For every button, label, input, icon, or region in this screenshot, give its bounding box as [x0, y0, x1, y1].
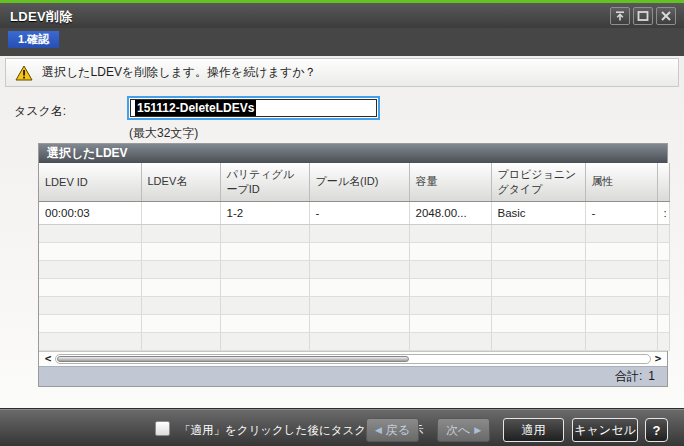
column-header[interactable]: プロビジョニングタイプ — [491, 163, 585, 201]
column-header[interactable]: プール名(ID) — [309, 163, 409, 201]
empty-cell — [409, 332, 491, 350]
empty-cell — [309, 278, 409, 296]
empty-cell — [220, 278, 309, 296]
column-header[interactable] — [657, 163, 669, 201]
empty-cell — [585, 296, 657, 314]
close-button[interactable] — [656, 7, 676, 25]
help-button[interactable]: ? — [645, 418, 668, 442]
scroll-right-arrow[interactable]: > — [652, 352, 664, 366]
horizontal-scrollbar: < > — [39, 351, 667, 366]
next-arrow-icon: ▶ — [474, 425, 481, 435]
total-value: 1 — [648, 369, 655, 383]
selected-ldev-panel: 選択したLDEV LDEV IDLDEV名パリティグループIDプール名(ID)容… — [38, 143, 668, 387]
empty-cell — [220, 296, 309, 314]
maximize-button[interactable] — [633, 7, 653, 25]
empty-table-row — [39, 278, 669, 296]
empty-cell — [141, 242, 220, 260]
scroll-left-arrow[interactable]: < — [42, 352, 54, 366]
empty-table-row — [39, 314, 669, 332]
apply-button[interactable]: 適用 — [503, 418, 564, 442]
empty-cell — [39, 296, 141, 314]
empty-cell — [39, 278, 141, 296]
empty-cell — [220, 314, 309, 332]
table-cell: 00:00:03 — [39, 201, 141, 224]
back-button-label: 戻る — [386, 422, 410, 439]
show-task-screen-checkbox[interactable] — [155, 421, 170, 436]
empty-cell — [585, 332, 657, 350]
dialog-title: LDEV削除 — [10, 8, 72, 26]
table-row: 00:00:031-2-2048.00...Basic-: — [39, 201, 669, 224]
column-header[interactable]: 容量 — [409, 163, 491, 201]
task-name-input[interactable]: 151112-DeleteLDEVs — [127, 96, 380, 120]
ldev-table: LDEV IDLDEV名パリティグループIDプール名(ID)容量プロビジョニング… — [39, 163, 670, 351]
empty-cell — [585, 314, 657, 332]
empty-cell — [657, 296, 669, 314]
pin-icon — [614, 10, 626, 22]
empty-cell — [657, 278, 669, 296]
table-title: 選択したLDEV — [39, 144, 667, 163]
empty-cell — [309, 332, 409, 350]
empty-cell — [657, 260, 669, 278]
total-bar: 合計: 1 — [39, 366, 667, 386]
empty-cell — [309, 260, 409, 278]
empty-cell — [491, 260, 585, 278]
cancel-button[interactable]: キャンセル — [572, 418, 638, 442]
task-name-input-inner: 151112-DeleteLDEVs — [130, 99, 377, 117]
table-cell: 2048.00... — [409, 201, 491, 224]
warning-strip: 選択したLDEVを削除します。操作を続けますか？ — [5, 58, 679, 87]
warning-triangle-icon — [15, 65, 33, 81]
empty-cell — [141, 296, 220, 314]
empty-cell — [491, 332, 585, 350]
title-bar: LDEV削除 — [0, 0, 684, 28]
empty-cell — [409, 260, 491, 278]
column-header[interactable]: LDEV名 — [141, 163, 220, 201]
close-icon — [660, 10, 672, 22]
column-header[interactable]: パリティグループID — [220, 163, 309, 201]
task-name-max-length-hint: (最大32文字) — [129, 125, 198, 142]
back-button: ◀ 戻る — [366, 418, 419, 442]
table-cell: : — [657, 201, 669, 224]
task-name-value: 151112-DeleteLDEVs — [135, 100, 256, 116]
empty-table-row — [39, 260, 669, 278]
window-controls — [610, 7, 676, 25]
empty-cell — [141, 260, 220, 278]
pin-button[interactable] — [610, 7, 630, 25]
action-bar: 「適用」をクリックした後にタスク画面を表示 ◀ 戻る 次へ ▶ 適用 キャンセル… — [0, 408, 684, 446]
empty-cell — [309, 296, 409, 314]
table-cell: Basic — [491, 201, 585, 224]
empty-cell — [409, 314, 491, 332]
empty-cell — [585, 260, 657, 278]
empty-table-row — [39, 224, 669, 242]
column-header[interactable]: 属性 — [585, 163, 657, 201]
next-button-label: 次へ — [446, 422, 470, 439]
empty-cell — [220, 224, 309, 242]
task-name-label: タスク名: — [14, 103, 66, 120]
step-bar: 1.確認 — [0, 28, 684, 56]
table-cell: 1-2 — [220, 201, 309, 224]
empty-table-row — [39, 332, 669, 350]
empty-cell — [409, 242, 491, 260]
empty-cell — [220, 332, 309, 350]
empty-table-row — [39, 242, 669, 260]
empty-cell — [585, 224, 657, 242]
empty-cell — [657, 242, 669, 260]
table-cell: - — [585, 201, 657, 224]
empty-cell — [409, 296, 491, 314]
empty-cell — [657, 332, 669, 350]
empty-cell — [141, 314, 220, 332]
empty-cell — [220, 260, 309, 278]
scrollbar-thumb[interactable] — [57, 356, 409, 362]
scrollbar-track[interactable] — [55, 354, 651, 364]
empty-cell — [309, 224, 409, 242]
empty-cell — [141, 332, 220, 350]
total-label: 合計: — [615, 368, 642, 385]
empty-cell — [491, 242, 585, 260]
table-header-row: LDEV IDLDEV名パリティグループIDプール名(ID)容量プロビジョニング… — [39, 163, 669, 201]
step-tab-confirm: 1.確認 — [8, 31, 59, 48]
empty-cell — [409, 224, 491, 242]
empty-cell — [39, 314, 141, 332]
empty-cell — [657, 314, 669, 332]
column-header[interactable]: LDEV ID — [39, 163, 141, 201]
table-cell — [141, 201, 220, 224]
empty-cell — [491, 224, 585, 242]
